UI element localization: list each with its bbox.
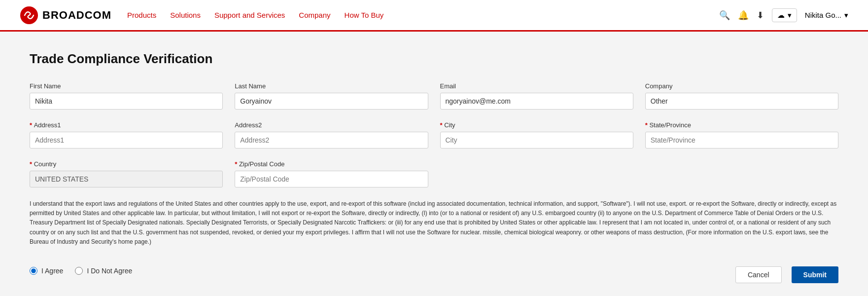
header: BROADCOM Products Solutions Support and … (0, 0, 868, 32)
broadcom-logo-icon (20, 6, 38, 25)
country-group: Country (30, 160, 223, 187)
address1-group: Address1 (30, 121, 223, 148)
city-input[interactable] (440, 132, 633, 148)
state-group: State/Province (645, 121, 838, 148)
last-name-group: Last Name (235, 82, 428, 110)
first-name-group: First Name (30, 82, 223, 110)
user-menu-button[interactable]: Nikita Go... ▾ (805, 11, 848, 20)
bell-icon: 🔔 (738, 10, 749, 21)
submit-button[interactable]: Submit (792, 266, 838, 283)
page-title: Trade Compliance Verification (30, 51, 838, 67)
cloud-icon: ☁ (777, 11, 785, 20)
state-input[interactable] (645, 132, 838, 148)
nav-support[interactable]: Support and Services (214, 11, 285, 19)
user-label: Nikita Go... (805, 11, 841, 19)
cloud-chevron: ▾ (788, 11, 792, 20)
agree-option[interactable]: I Agree (30, 267, 63, 275)
first-name-label: First Name (30, 82, 223, 90)
logo-text: BROADCOM (42, 9, 111, 22)
agree-radio[interactable] (30, 267, 37, 275)
nav-solutions[interactable]: Solutions (170, 11, 201, 19)
zip-input[interactable] (235, 171, 428, 187)
email-label: Email (440, 82, 633, 90)
main-nav: Products Solutions Support and Services … (127, 11, 719, 19)
email-group: Email (440, 82, 633, 110)
form-row-1: First Name Last Name Email Company (30, 82, 838, 110)
first-name-input[interactable] (30, 93, 223, 110)
form-buttons: Cancel Submit (735, 266, 838, 283)
user-chevron: ▾ (844, 11, 848, 20)
company-input[interactable] (645, 93, 838, 110)
nav-how-to-buy[interactable]: How To Buy (345, 11, 384, 19)
disagree-radio[interactable] (75, 267, 83, 275)
country-input[interactable] (30, 171, 223, 187)
address1-input[interactable] (30, 132, 223, 148)
empty-col-3 (440, 160, 633, 187)
nav-products[interactable]: Products (127, 11, 156, 19)
cloud-button[interactable]: ☁ ▾ (772, 8, 797, 22)
city-label: City (440, 121, 633, 129)
search-button[interactable]: 🔍 (719, 10, 730, 21)
cancel-button[interactable]: Cancel (735, 266, 782, 283)
main-content: Trade Compliance Verification First Name… (0, 32, 868, 296)
address2-input[interactable] (235, 132, 428, 148)
city-group: City (440, 121, 633, 148)
agree-label: I Agree (41, 267, 63, 275)
search-icon: 🔍 (719, 10, 730, 21)
company-label: Company (645, 82, 838, 90)
empty-col-4 (645, 160, 838, 187)
address2-label: Address2 (235, 121, 428, 129)
legal-text: I understand that the export laws and re… (30, 199, 838, 247)
last-name-label: Last Name (235, 82, 428, 90)
zip-group: Zip/Postal Code (235, 160, 428, 187)
disagree-option[interactable]: I Do Not Agree (75, 267, 132, 275)
email-input[interactable] (440, 93, 633, 110)
logo[interactable]: BROADCOM (20, 6, 111, 25)
agree-row: I Agree I Do Not Agree (30, 267, 132, 275)
notifications-button[interactable]: 🔔 (738, 10, 749, 21)
download-icon: ⬇ (757, 10, 764, 21)
state-label: State/Province (645, 121, 838, 129)
header-actions: 🔍 🔔 ⬇ ☁ ▾ Nikita Go... ▾ (719, 8, 848, 22)
disagree-label: I Do Not Agree (87, 267, 132, 275)
address2-group: Address2 (235, 121, 428, 148)
form-row-3: Country Zip/Postal Code (30, 160, 838, 187)
address1-label: Address1 (30, 121, 223, 129)
last-name-input[interactable] (235, 93, 428, 110)
form-row-2: Address1 Address2 City State/Province (30, 121, 838, 148)
company-group: Company (645, 82, 838, 110)
form-bottom-row: I Agree I Do Not Agree Cancel Submit (30, 259, 838, 283)
download-button[interactable]: ⬇ (757, 10, 764, 21)
country-label: Country (30, 160, 223, 168)
zip-label: Zip/Postal Code (235, 160, 428, 168)
nav-company[interactable]: Company (299, 11, 330, 19)
